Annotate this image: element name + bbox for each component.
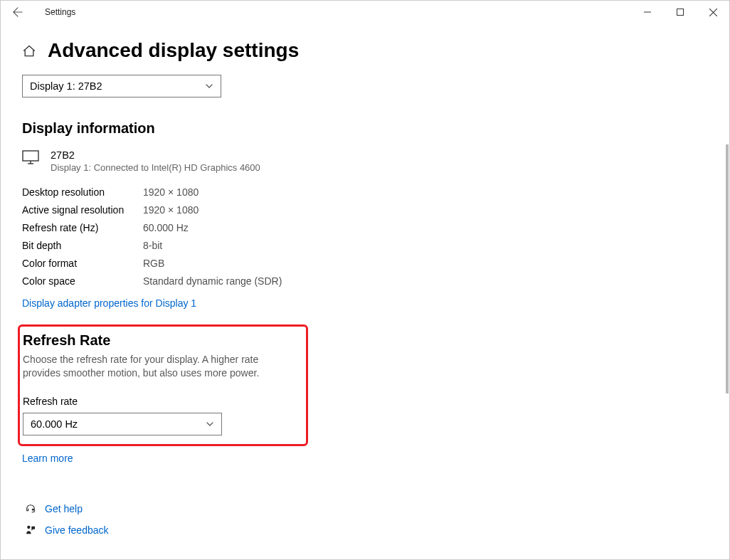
- label: Color format: [22, 258, 143, 269]
- value: 8-bit: [143, 240, 162, 251]
- home-icon[interactable]: [22, 43, 36, 58]
- label: Color space: [22, 275, 143, 287]
- value: 60.000 Hz: [143, 222, 189, 233]
- feedback-icon: [22, 524, 39, 536]
- maximize-button[interactable]: [664, 1, 697, 23]
- monitor-name: 27B2: [51, 149, 260, 161]
- close-icon: [709, 9, 717, 16]
- footer-links: Get help Give feedback: [22, 503, 729, 536]
- give-feedback-text: Give feedback: [45, 524, 109, 536]
- value: Standard dynamic range (SDR): [143, 275, 282, 287]
- label: Bit depth: [22, 240, 143, 251]
- back-button[interactable]: [6, 1, 29, 23]
- get-help-link[interactable]: Get help: [22, 503, 729, 514]
- value: RGB: [143, 258, 164, 269]
- label: Active signal resolution: [22, 204, 143, 216]
- svg-rect-1: [677, 9, 684, 16]
- display-selector[interactable]: Display 1: 27B2: [22, 75, 221, 97]
- window-title: Settings: [45, 7, 75, 17]
- svg-point-7: [32, 509, 34, 511]
- display-selector-value: Display 1: 27B2: [30, 80, 102, 92]
- minimize-icon: [644, 9, 651, 16]
- label: Desktop resolution: [22, 186, 143, 198]
- give-feedback-link[interactable]: Give feedback: [22, 524, 729, 536]
- headset-icon: [22, 503, 39, 514]
- refresh-rate-highlight: Refresh Rate Choose the refresh rate for…: [18, 324, 308, 446]
- row-color-format: Color format RGB: [22, 254, 729, 272]
- close-button[interactable]: [697, 1, 729, 23]
- get-help-text: Get help: [45, 503, 83, 514]
- content-area: Advanced display settings Display 1: 27B…: [1, 23, 729, 559]
- minimize-button[interactable]: [631, 1, 664, 23]
- vertical-scrollbar[interactable]: [726, 144, 729, 393]
- refresh-rate-selector[interactable]: 60.000 Hz: [23, 413, 222, 435]
- display-adapter-properties-link[interactable]: Display adapter properties for Display 1: [22, 297, 196, 309]
- display-info-table: Desktop resolution 1920 × 1080 Active si…: [22, 183, 729, 312]
- monitor-icon: [22, 149, 42, 164]
- row-desktop-resolution: Desktop resolution 1920 × 1080: [22, 183, 729, 201]
- maximize-icon: [677, 9, 684, 16]
- chevron-down-icon: [206, 420, 214, 428]
- svg-rect-4: [23, 151, 38, 161]
- svg-point-8: [27, 526, 30, 529]
- back-arrow-icon: [13, 7, 23, 17]
- page-title: Advanced display settings: [48, 39, 299, 62]
- monitor-row: 27B2 Display 1: Connected to Intel(R) HD…: [22, 149, 729, 173]
- learn-more-link[interactable]: Learn more: [22, 453, 73, 464]
- page-header: Advanced display settings: [22, 39, 729, 62]
- row-refresh-rate-hz: Refresh rate (Hz) 60.000 Hz: [22, 218, 729, 236]
- titlebar: Settings: [1, 1, 729, 23]
- refresh-rate-selector-value: 60.000 Hz: [31, 418, 78, 430]
- monitor-connection: Display 1: Connected to Intel(R) HD Grap…: [51, 162, 260, 173]
- row-bit-depth: Bit depth 8-bit: [22, 236, 729, 254]
- chevron-down-icon: [205, 82, 213, 90]
- value: 1920 × 1080: [143, 204, 199, 216]
- display-info-heading: Display information: [22, 120, 729, 137]
- label: Refresh rate (Hz): [22, 222, 143, 233]
- refresh-rate-heading: Refresh Rate: [23, 332, 299, 349]
- window-controls: [631, 1, 729, 23]
- refresh-rate-description: Choose the refresh rate for your display…: [23, 353, 299, 380]
- refresh-rate-label: Refresh rate: [23, 396, 299, 407]
- value: 1920 × 1080: [143, 186, 199, 198]
- row-active-signal-resolution: Active signal resolution 1920 × 1080: [22, 201, 729, 218]
- settings-window: Settings Advanced display settings Displ…: [0, 0, 730, 560]
- row-color-space: Color space Standard dynamic range (SDR): [22, 272, 729, 290]
